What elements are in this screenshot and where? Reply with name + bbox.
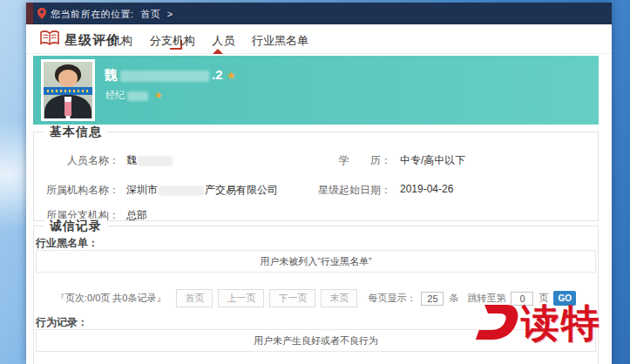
person-name-redaction (138, 156, 173, 166)
profile-photo-image (44, 62, 92, 118)
location-pin-icon (37, 7, 46, 23)
go-button[interactable]: GO (553, 291, 576, 306)
basic-info-title: 基本信息 (44, 125, 107, 140)
profile-photo (41, 59, 95, 121)
name-redaction-blur (120, 71, 209, 82)
role-star-icon: ★ (154, 90, 163, 100)
tab-jigou[interactable]: 机构 (110, 33, 132, 49)
topbar-left-accent (26, 3, 33, 24)
main-page-card: 您当前所在的位置: 首页 > 星级评价 机构 分支机构 人员 行业黑名单 (26, 3, 612, 364)
branch-value: 总部 (126, 208, 147, 223)
person-name-label: 人员名称： (36, 153, 119, 168)
last-page-button[interactable]: 末页 (321, 289, 357, 307)
profile-role: 经纪★ (105, 89, 163, 102)
org-name-redaction (159, 185, 204, 196)
person-name-value: 魏 (126, 153, 173, 168)
breadcrumb-bar: 您当前所在的位置: 首页 > (26, 3, 612, 24)
nav-tabs: 机构 分支机构 人员 行业黑名单 (110, 33, 322, 49)
brand-book-icon (40, 30, 59, 50)
blacklist-label: 行业黑名单： (36, 236, 98, 251)
tab-fenzhi-jigou[interactable]: 分支机构 (150, 33, 195, 49)
profile-role-label: 经纪 (105, 90, 125, 100)
blacklist-message: 用户未被列入“行业黑名单” (36, 250, 596, 273)
breadcrumb-arrow: > (167, 9, 173, 19)
pagination-summary: 『页次:0/0页 共0条记录』 (56, 292, 166, 305)
education-value: 中专/高中以下 (400, 153, 465, 168)
education-label: 学 历： (301, 153, 391, 168)
per-page-label: 每页显示： (368, 292, 416, 305)
first-page-button[interactable]: 首页 (176, 289, 213, 307)
star-icon: ★ (227, 69, 237, 82)
behavior-label: 行为记录： (36, 315, 88, 330)
per-page-unit: 条 (449, 292, 458, 305)
star-start-date-label: 星级起始日期： (301, 183, 391, 198)
prev-page-button[interactable]: 上一页 (218, 289, 264, 307)
tab-hangye-heimingdan[interactable]: 行业黑名单 (252, 33, 308, 49)
pagination-bar: 『页次:0/0页 共0条记录』 首页 上一页 下一页 末页 每页显示： 条 跳转… (34, 289, 598, 307)
credit-record-title: 诚信记录 (44, 219, 107, 234)
brand[interactable]: 星级评价 (40, 30, 120, 50)
basic-info-section: 基本信息 人员名称： 魏 学 历： 中专/高中以下 所属机构名称： 深圳市产交易… (33, 131, 599, 221)
next-page-button[interactable]: 下一页 (269, 289, 315, 307)
profile-banner: 魏.2★ 经纪★ (33, 56, 599, 125)
behavior-message: 用户未产生良好或者不良行为 (36, 329, 596, 352)
active-tab-indicator (213, 49, 223, 54)
breadcrumb: 您当前所在的位置: 首页 > (51, 8, 177, 21)
breadcrumb-home-link[interactable]: 首页 (140, 9, 160, 19)
profile-rating-suffix: .2 (212, 67, 223, 82)
org-name-value: 深圳市产交易有限公司 (126, 183, 278, 198)
org-name-label: 所属机构名称： (36, 183, 119, 198)
profile-surname: 魏 (105, 67, 118, 82)
jump-page-input[interactable] (511, 292, 533, 306)
credit-record-section: 诚信记录 行业黑名单： 用户未被列入“行业黑名单” 『页次:0/0页 共0条记录… (33, 226, 599, 364)
role-redaction-blur (127, 91, 148, 101)
profile-name: 魏.2★ (105, 67, 236, 84)
jump-unit: 页 (539, 292, 548, 305)
breadcrumb-label: 您当前所在的位置: (51, 9, 134, 19)
tab-renyuan[interactable]: 人员 (212, 33, 234, 49)
jump-label: 跳转至第 (467, 292, 505, 305)
nav-bar: 星级评价 机构 分支机构 人员 行业黑名单 (26, 24, 612, 54)
per-page-input[interactable] (421, 292, 444, 306)
star-start-date-value: 2019-04-26 (400, 183, 453, 195)
